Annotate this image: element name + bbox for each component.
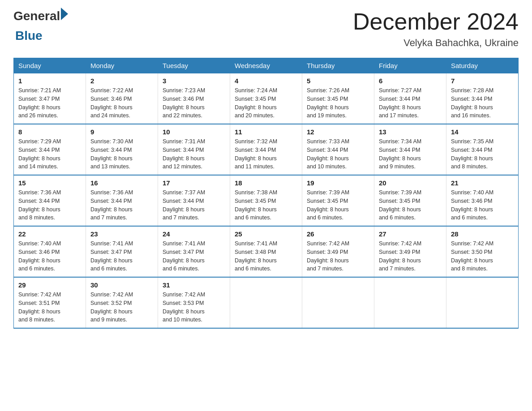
day-info: Sunrise: 7:23 AM Sunset: 3:46 PM Dayligh… [163, 86, 225, 120]
day-info: Sunrise: 7:42 AM Sunset: 3:53 PM Dayligh… [163, 291, 225, 324]
title-block: December 2024 Velyka Bahachka, Ukraine [353, 9, 519, 49]
day-info: Sunrise: 7:21 AM Sunset: 3:47 PM Dayligh… [18, 86, 81, 120]
calendar-cell: 29Sunrise: 7:42 AM Sunset: 3:51 PM Dayli… [14, 277, 86, 328]
calendar-cell: 28Sunrise: 7:42 AM Sunset: 3:50 PM Dayli… [446, 226, 519, 277]
day-info: Sunrise: 7:41 AM Sunset: 3:47 PM Dayligh… [163, 240, 225, 273]
calendar-cell [374, 277, 446, 328]
calendar-cell [230, 277, 302, 328]
logo: General Blue [13, 9, 68, 43]
day-number: 29 [18, 281, 81, 289]
calendar-cell: 1Sunrise: 7:21 AM Sunset: 3:47 PM Daylig… [14, 73, 86, 124]
day-info: Sunrise: 7:33 AM Sunset: 3:44 PM Dayligh… [307, 137, 369, 171]
logo-general: General [13, 9, 60, 23]
day-info: Sunrise: 7:32 AM Sunset: 3:44 PM Dayligh… [235, 137, 297, 171]
calendar-cell: 5Sunrise: 7:26 AM Sunset: 3:45 PM Daylig… [302, 73, 374, 124]
weekday-header: Monday [86, 58, 158, 73]
day-info: Sunrise: 7:40 AM Sunset: 3:46 PM Dayligh… [451, 188, 514, 222]
day-number: 10 [163, 128, 225, 136]
day-info: Sunrise: 7:37 AM Sunset: 3:44 PM Dayligh… [163, 188, 225, 222]
day-number: 13 [379, 128, 442, 136]
day-info: Sunrise: 7:36 AM Sunset: 3:44 PM Dayligh… [90, 188, 153, 222]
month-title: December 2024 [353, 9, 519, 34]
page-header: General Blue December 2024 Velyka Bahach… [13, 9, 519, 49]
calendar-cell: 14Sunrise: 7:35 AM Sunset: 3:44 PM Dayli… [446, 124, 519, 175]
day-info: Sunrise: 7:22 AM Sunset: 3:46 PM Dayligh… [90, 86, 153, 120]
day-number: 4 [235, 77, 297, 85]
calendar-cell: 24Sunrise: 7:41 AM Sunset: 3:47 PM Dayli… [158, 226, 230, 277]
calendar-cell: 22Sunrise: 7:40 AM Sunset: 3:46 PM Dayli… [14, 226, 86, 277]
weekday-header: Sunday [14, 58, 86, 73]
calendar-cell [446, 277, 519, 328]
day-info: Sunrise: 7:42 AM Sunset: 3:51 PM Dayligh… [18, 291, 81, 324]
day-number: 6 [379, 77, 442, 85]
day-info: Sunrise: 7:41 AM Sunset: 3:47 PM Dayligh… [90, 240, 153, 273]
weekday-header: Wednesday [230, 58, 302, 73]
calendar-cell: 8Sunrise: 7:29 AM Sunset: 3:44 PM Daylig… [14, 124, 86, 175]
day-info: Sunrise: 7:29 AM Sunset: 3:44 PM Dayligh… [18, 137, 81, 171]
day-number: 1 [18, 77, 81, 85]
day-number: 18 [235, 179, 297, 187]
day-info: Sunrise: 7:30 AM Sunset: 3:44 PM Dayligh… [90, 137, 153, 171]
calendar-cell: 3Sunrise: 7:23 AM Sunset: 3:46 PM Daylig… [158, 73, 230, 124]
calendar-cell: 12Sunrise: 7:33 AM Sunset: 3:44 PM Dayli… [302, 124, 374, 175]
weekday-header: Friday [374, 58, 446, 73]
day-number: 24 [163, 230, 225, 238]
logo-blue: Blue [15, 29, 68, 43]
day-info: Sunrise: 7:39 AM Sunset: 3:45 PM Dayligh… [307, 188, 369, 222]
calendar-week-row: 8Sunrise: 7:29 AM Sunset: 3:44 PM Daylig… [14, 124, 519, 175]
day-number: 3 [163, 77, 225, 85]
weekday-header: Tuesday [158, 58, 230, 73]
day-number: 15 [18, 179, 81, 187]
calendar-cell: 16Sunrise: 7:36 AM Sunset: 3:44 PM Dayli… [86, 175, 158, 226]
day-number: 26 [307, 230, 369, 238]
day-info: Sunrise: 7:28 AM Sunset: 3:44 PM Dayligh… [451, 86, 514, 120]
day-number: 12 [307, 128, 369, 136]
calendar-cell: 15Sunrise: 7:36 AM Sunset: 3:44 PM Dayli… [14, 175, 86, 226]
calendar-week-row: 15Sunrise: 7:36 AM Sunset: 3:44 PM Dayli… [14, 175, 519, 226]
day-info: Sunrise: 7:36 AM Sunset: 3:44 PM Dayligh… [18, 188, 81, 222]
calendar-cell: 20Sunrise: 7:39 AM Sunset: 3:45 PM Dayli… [374, 175, 446, 226]
calendar-week-row: 22Sunrise: 7:40 AM Sunset: 3:46 PM Dayli… [14, 226, 519, 277]
day-number: 27 [379, 230, 442, 238]
day-number: 8 [18, 128, 81, 136]
calendar-cell: 10Sunrise: 7:31 AM Sunset: 3:44 PM Dayli… [158, 124, 230, 175]
day-number: 17 [163, 179, 225, 187]
day-number: 30 [90, 281, 153, 289]
calendar-cell: 26Sunrise: 7:42 AM Sunset: 3:49 PM Dayli… [302, 226, 374, 277]
day-number: 28 [451, 230, 514, 238]
calendar-body: 1Sunrise: 7:21 AM Sunset: 3:47 PM Daylig… [14, 73, 519, 329]
calendar-cell: 31Sunrise: 7:42 AM Sunset: 3:53 PM Dayli… [158, 277, 230, 328]
calendar-cell: 23Sunrise: 7:41 AM Sunset: 3:47 PM Dayli… [86, 226, 158, 277]
calendar-cell: 11Sunrise: 7:32 AM Sunset: 3:44 PM Dayli… [230, 124, 302, 175]
day-number: 5 [307, 77, 369, 85]
weekday-header: Thursday [302, 58, 374, 73]
calendar-header: SundayMondayTuesdayWednesdayThursdayFrid… [14, 58, 519, 73]
weekday-row: SundayMondayTuesdayWednesdayThursdayFrid… [14, 58, 519, 73]
calendar-cell: 9Sunrise: 7:30 AM Sunset: 3:44 PM Daylig… [86, 124, 158, 175]
day-number: 9 [90, 128, 153, 136]
day-info: Sunrise: 7:42 AM Sunset: 3:50 PM Dayligh… [451, 240, 514, 273]
weekday-header: Saturday [446, 58, 519, 73]
day-number: 20 [379, 179, 442, 187]
calendar-cell: 30Sunrise: 7:42 AM Sunset: 3:52 PM Dayli… [86, 277, 158, 328]
calendar-cell: 2Sunrise: 7:22 AM Sunset: 3:46 PM Daylig… [86, 73, 158, 124]
day-number: 23 [90, 230, 153, 238]
day-info: Sunrise: 7:31 AM Sunset: 3:44 PM Dayligh… [163, 137, 225, 171]
day-number: 11 [235, 128, 297, 136]
calendar-cell: 17Sunrise: 7:37 AM Sunset: 3:44 PM Dayli… [158, 175, 230, 226]
day-info: Sunrise: 7:42 AM Sunset: 3:49 PM Dayligh… [379, 240, 442, 273]
calendar-cell: 7Sunrise: 7:28 AM Sunset: 3:44 PM Daylig… [446, 73, 519, 124]
calendar-week-row: 29Sunrise: 7:42 AM Sunset: 3:51 PM Dayli… [14, 277, 519, 328]
calendar-cell: 21Sunrise: 7:40 AM Sunset: 3:46 PM Dayli… [446, 175, 519, 226]
day-info: Sunrise: 7:42 AM Sunset: 3:52 PM Dayligh… [90, 291, 153, 324]
day-info: Sunrise: 7:27 AM Sunset: 3:44 PM Dayligh… [379, 86, 442, 120]
calendar-week-row: 1Sunrise: 7:21 AM Sunset: 3:47 PM Daylig… [14, 73, 519, 124]
calendar-cell [302, 277, 374, 328]
day-number: 16 [90, 179, 153, 187]
calendar-cell: 6Sunrise: 7:27 AM Sunset: 3:44 PM Daylig… [374, 73, 446, 124]
calendar-cell: 27Sunrise: 7:42 AM Sunset: 3:49 PM Dayli… [374, 226, 446, 277]
day-info: Sunrise: 7:35 AM Sunset: 3:44 PM Dayligh… [451, 137, 514, 171]
calendar-table: SundayMondayTuesdayWednesdayThursdayFrid… [13, 58, 519, 329]
day-number: 31 [163, 281, 225, 289]
day-info: Sunrise: 7:42 AM Sunset: 3:49 PM Dayligh… [307, 240, 369, 273]
